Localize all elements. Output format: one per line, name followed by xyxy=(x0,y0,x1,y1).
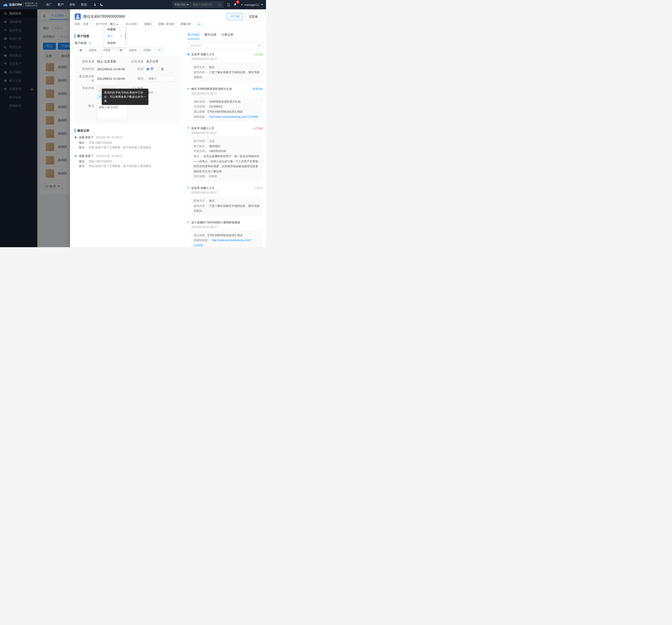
status-badge: 已失败 xyxy=(253,127,263,130)
customer-tag[interactable]: 高意向 xyxy=(86,48,99,53)
section-customer-info: 客户信息 xyxy=(75,34,179,38)
timeline-card: 课程名称：4399理财课进阶课大礼包已付款项：2218989元通过群聊【759-… xyxy=(191,97,263,122)
customer-tag[interactable]: 一般 xyxy=(75,48,85,53)
timeline-item: 进入直播间 759-59班第三期理财直播课2021/01/30 01:38:27… xyxy=(191,221,263,247)
wechat-input[interactable] xyxy=(146,76,174,81)
timeline-title: 购买 4399理财课进阶课程大礼包 xyxy=(191,87,253,91)
rtab-activity[interactable]: 客户动态 xyxy=(188,33,200,39)
mobile-icon[interactable] xyxy=(225,1,232,8)
svg-point-1 xyxy=(219,4,221,6)
phone-icon[interactable] xyxy=(98,1,105,8)
activity-filter-select[interactable]: 全部动态 xyxy=(188,42,263,49)
timeline-dot-icon xyxy=(188,88,189,89)
timeline-item: 定金单 创建人小王已取消2020/01/30 01:38:27跟单方式：电话跟单… xyxy=(191,186,263,216)
customer-tag[interactable]: 中意向 xyxy=(141,48,153,53)
group-chip[interactable]: 群聊三 xyxy=(143,22,154,26)
wechat-avatar-icon xyxy=(75,14,81,20)
manager-dropdown: 师馨薇 张三✓ 俱保咏 xyxy=(104,25,125,47)
gender-female-radio[interactable]: 女 xyxy=(157,67,164,71)
dropdown-option[interactable]: 张三✓ xyxy=(104,33,125,40)
customer-tag[interactable]: 高意向 xyxy=(126,48,139,53)
status-badge: 已取消 xyxy=(253,186,263,190)
group-more[interactable]: +4 xyxy=(196,22,202,26)
nav-promo[interactable]: 推广 xyxy=(46,3,52,7)
dropdown-option[interactable]: 师馨薇 xyxy=(104,26,125,33)
proxy-order-button[interactable]: 代下单 xyxy=(227,13,243,20)
search-button[interactable] xyxy=(217,3,223,6)
timeline-title: 报名单 创建人小王 xyxy=(191,126,253,130)
timeline-title: 定金单 创建人小王 xyxy=(191,52,253,56)
timeline-link[interactable]: http://www.yunduoketang.com/?123456 xyxy=(209,115,258,119)
svg-point-10 xyxy=(77,15,79,17)
timeline-time: 2020/01/30 01:38:27 xyxy=(191,131,263,134)
deposit-button[interactable]: 交定金 xyxy=(245,13,261,20)
timeline-title: 进入直播间 759-59班第三期理财直播课 xyxy=(191,221,263,225)
search-group: 手机号码 xyxy=(172,1,223,8)
nav-data[interactable]: 数据 xyxy=(81,3,87,7)
timeline-time: 2020/01/30 01:38:27 xyxy=(191,191,263,194)
svg-point-0 xyxy=(94,3,95,5)
timeline-item: 定金单 创建人小王已完成2020/01/30 01:38:27跟单方式：电话跟单… xyxy=(191,52,263,82)
nav-qc[interactable]: 质检 xyxy=(69,3,75,7)
timeline-card: 客户经理：小王客户姓名：唔吃唔吃手机号码：19833528160备注：但无论是哪… xyxy=(191,136,263,181)
customer-drawer: 微信名称6789990000966 代下单 交定金 昵称：小王 | 客户经理：张… xyxy=(70,9,266,247)
timeline-time: 2021/01/30 01:38:27 xyxy=(191,226,263,229)
timeline-item: 购买 4399理财课进阶课程大礼包查看详情2021/01/30 01:38:27… xyxy=(191,87,263,122)
user-menu[interactable]: manager11 xyxy=(241,3,263,6)
timeline-dot-icon xyxy=(188,127,189,128)
customer-tag-more[interactable]: +4 xyxy=(155,48,163,53)
timeline-item: 报名单 创建人小王已失败2020/01/30 01:38:27客户经理：小王客户… xyxy=(191,126,263,181)
search-type-select[interactable]: 手机号码 xyxy=(172,3,191,7)
drawer-title: 微信名称6789990000966 xyxy=(83,14,224,19)
rtab-chat[interactable]: 聊天记录 xyxy=(205,33,217,39)
nav-customer[interactable]: 客户 xyxy=(57,3,64,7)
timeline-dot-icon xyxy=(188,187,189,188)
bell-icon[interactable]: 5 xyxy=(232,1,238,8)
gender-male-radio[interactable]: 男 xyxy=(146,67,153,71)
log-dot-icon xyxy=(75,136,76,138)
log-dot-icon xyxy=(75,155,76,157)
view-detail-link[interactable]: 查看详情 xyxy=(253,87,263,91)
dropdown-option[interactable]: 俱保咏 xyxy=(104,40,125,46)
timeline-time: 2020/01/30 01:38:27 xyxy=(191,57,263,60)
edit-tags-icon[interactable]: ✎ xyxy=(89,42,91,45)
timeline-card: 通过群聊【759-59班理财训练营】购买直播间链接：http://www.yun… xyxy=(191,231,263,247)
timeline-time: 2021/01/30 01:38:27 xyxy=(191,92,263,95)
logo: 云朵CRM 教育机构一站式服务云平台 xyxy=(3,2,38,7)
phone-exists-tooltip: 查询到此手机号码在系统中已存在，可以将两条客户数据合并为一条 xyxy=(102,89,148,105)
drawer-left: 客户信息 客户标签✎ 一般 高意向 中意向 一般 高意向 中意向 +4 获客来源… xyxy=(70,29,184,247)
status-badge: 已完成 xyxy=(253,53,263,56)
timeline-title: 定金单 创建人小王 xyxy=(191,186,253,190)
rtab-orders[interactable]: 订单记录 xyxy=(221,33,233,39)
customer-tag[interactable]: 一般 xyxy=(115,48,125,53)
section-change-log: 修改记录 xyxy=(75,128,179,133)
timeline-card: 跟单方式：电话跟单内容：只是了解在线教育方面的信息，暂时无购买意向。 xyxy=(191,196,263,216)
drawer-right: 客户动态 聊天记录 订单记录 全部动态 定金单 创建人小王已完成2020/01/… xyxy=(184,29,266,247)
group-chip[interactable]: 群聊六群 xyxy=(179,22,192,26)
timeline-card: 跟单方式：电话跟单内容：只是了解在线教育方面的信息，暂时无购买意向。 xyxy=(191,62,263,82)
topbar: 云朵CRM 教育机构一站式服务云平台 推广 客户 质检 数据 手机号码 5 ma… xyxy=(0,0,266,9)
search-input[interactable] xyxy=(191,3,217,6)
remark-textarea[interactable] xyxy=(97,104,127,120)
timeline-dot-icon xyxy=(188,53,189,55)
group-chip[interactable]: 群聊一群大群 xyxy=(157,22,176,26)
user-icon[interactable] xyxy=(92,1,98,8)
top-nav: 推广 客户 质检 数据 xyxy=(46,3,87,7)
customer-tag[interactable]: 中意向 xyxy=(101,48,113,53)
timeline-dot-icon xyxy=(188,222,189,223)
